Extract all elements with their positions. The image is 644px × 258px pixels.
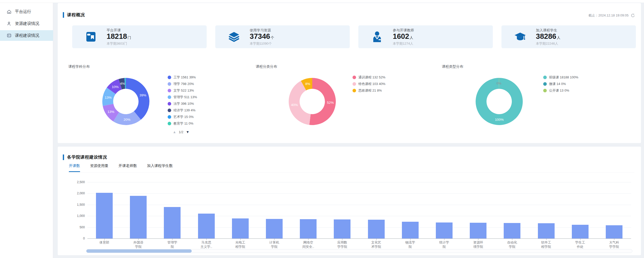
x-label-line: 光电工	[223, 240, 257, 245]
bar-应用数学学院	[334, 219, 350, 238]
colleges-card: 各学院课程建设情况 开课数资源使用量开课老师数加入课程学生数 05001,000…	[58, 147, 641, 255]
stat-card-2: 使用学习资源37346个本学期11090个	[215, 25, 350, 48]
legend-item[interactable]: 思政课程 21 8%	[353, 87, 385, 94]
svg-text:100%: 100%	[495, 118, 504, 122]
stat-label: 使用学习资源	[250, 28, 274, 32]
legend-item[interactable]: 通识课程 132 52%	[353, 74, 385, 81]
svg-text:52%: 52%	[327, 101, 334, 105]
x-axis-tick	[478, 239, 478, 240]
stat-value: 18218	[107, 32, 127, 40]
y-axis-tick-label: 0	[67, 237, 85, 240]
legend-dot	[168, 95, 171, 99]
legend-item[interactable]: 管理学 511 13%	[168, 94, 197, 100]
legend-dot	[353, 82, 356, 86]
x-label-line: 物流学	[393, 240, 427, 245]
bar-自动化学院	[504, 223, 520, 238]
donut-legend-2: 通识课程 132 52%特色课程 103 40%思政课程 21 8%	[353, 74, 385, 94]
legend-label: 公开课 13 0%	[549, 88, 569, 93]
bar-马克思主义学..	[198, 214, 215, 238]
legend-item[interactable]: 微课 14 0%	[543, 81, 578, 87]
stat-unit: 人	[557, 36, 560, 40]
svg-text:39%: 39%	[140, 93, 146, 97]
user-icon	[7, 21, 12, 26]
legend-label: 通识课程 132 52%	[358, 75, 385, 80]
legend-item[interactable]: 艺术学 15 0%	[168, 114, 197, 120]
y-axis-tick-label: 500	[67, 226, 85, 229]
sidebar: 平台运行资源建设情况课程建设情况	[0, 3, 53, 258]
legend-label: 教育学 11 0%	[173, 121, 193, 126]
stat-subtext: 本学期11090个	[250, 42, 274, 46]
gridline	[87, 193, 631, 194]
legend-dot	[168, 76, 171, 79]
legend-page-up-icon[interactable]: ▲	[173, 130, 176, 134]
stat-card-4: 加入课程学生38286人本学期22246人	[501, 25, 636, 48]
sidebar-item-label: 资源建设情况	[15, 21, 39, 26]
svg-text:8%: 8%	[305, 82, 310, 86]
x-label-line: 管理学	[155, 240, 189, 245]
x-axis-tick	[512, 239, 512, 240]
svg-text:0%: 0%	[496, 81, 501, 85]
x-label-line: 院	[393, 245, 427, 249]
stat-card-body: 平台开课18218门本学期3603门	[107, 28, 131, 46]
legend-label: 文学 522 13%	[173, 88, 194, 93]
svg-text:13%: 13%	[105, 96, 112, 99]
sidebar-item-2[interactable]: 资源建设情况	[0, 18, 53, 29]
sidebar-item-label: 课程建设情况	[15, 33, 39, 38]
bar-资源环境学院	[470, 223, 486, 238]
x-axis-tick	[240, 239, 241, 240]
donut-chart-2: 52%40%8%	[287, 76, 338, 127]
x-label-line: 外国语	[121, 240, 155, 245]
svg-text:10%: 10%	[112, 85, 119, 89]
stat-value-row: 18218门	[107, 32, 131, 42]
donut-chart-3: 100%0%	[474, 76, 524, 127]
svg-text:40%: 40%	[291, 103, 298, 107]
x-axis-category-label: 光电工程学院	[223, 240, 257, 249]
legend-item[interactable]: 公开课 13 0%	[543, 87, 578, 94]
legend-dot	[543, 82, 547, 86]
bar-外国语学院	[130, 196, 147, 238]
legend-label: 艺术学 15 0%	[173, 115, 193, 119]
x-label-line: 主义学..	[189, 245, 223, 249]
sidebar-item-3[interactable]: 课程建设情况	[0, 30, 53, 41]
x-axis-category-label: 计算机学院	[257, 240, 291, 249]
x-axis-tick	[376, 239, 377, 240]
legend-item[interactable]: 经济学 139 4%	[168, 107, 197, 114]
legend-page-down-icon[interactable]: ▼	[186, 130, 189, 134]
x-axis-category-label: 大气科学学院	[597, 240, 631, 249]
legend-item[interactable]: 教育学 11 0%	[168, 120, 197, 127]
legend-label: 特色课程 103 40%	[358, 82, 385, 86]
bar-管理学院	[164, 207, 181, 238]
stat-unit: 门	[128, 36, 131, 40]
legend-item[interactable]: 理学 798 20%	[168, 81, 197, 87]
x-axis-category-label: 马克思主义学..	[189, 240, 223, 249]
svg-text:13%: 13%	[107, 110, 114, 114]
stat-card-body: 加入课程学生38286人本学期22246人	[536, 28, 560, 46]
x-axis-tick	[546, 239, 547, 240]
chart-scrollbar-handle[interactable]	[86, 249, 192, 253]
legend-label: 思政课程 21 8%	[358, 88, 382, 93]
gridline	[87, 182, 631, 182]
legend-item[interactable]: 文学 522 13%	[168, 87, 197, 94]
legend-item[interactable]: 工学 1561 39%	[168, 74, 197, 81]
x-axis-category-label: 学生工作处	[563, 240, 597, 249]
legend-item[interactable]: 法学 396 10%	[168, 100, 197, 107]
bar-物流学院	[402, 222, 419, 238]
book-icon	[85, 31, 97, 43]
stat-card-3: 参与开课教师1602人本学期1274人	[358, 25, 493, 48]
sidebar-item-1[interactable]: 平台运行	[0, 6, 53, 17]
legend-pagination: ▲1/2▼	[173, 130, 189, 134]
x-label-line: 学院	[121, 245, 155, 249]
legend-dot	[353, 89, 356, 92]
legend-item[interactable]: 特色课程 103 40%	[353, 81, 385, 87]
stat-card-1: 平台开课18218门本学期3603门	[72, 25, 207, 48]
legend-item[interactable]: 班级课 18188 100%	[543, 74, 578, 81]
stat-card-body: 参与开课教师1602人本学期1274人	[393, 28, 414, 46]
stat-unit: 人	[410, 36, 413, 40]
chart-scrollbar-track[interactable]	[86, 249, 632, 253]
stat-value-row: 38286人	[536, 32, 560, 42]
refresh-icon[interactable]	[631, 13, 635, 18]
legend-dot	[168, 109, 171, 112]
x-axis-category-label: 自动化学院	[495, 240, 529, 249]
bar-学生工作处	[572, 225, 589, 238]
x-axis-tick	[410, 239, 411, 240]
